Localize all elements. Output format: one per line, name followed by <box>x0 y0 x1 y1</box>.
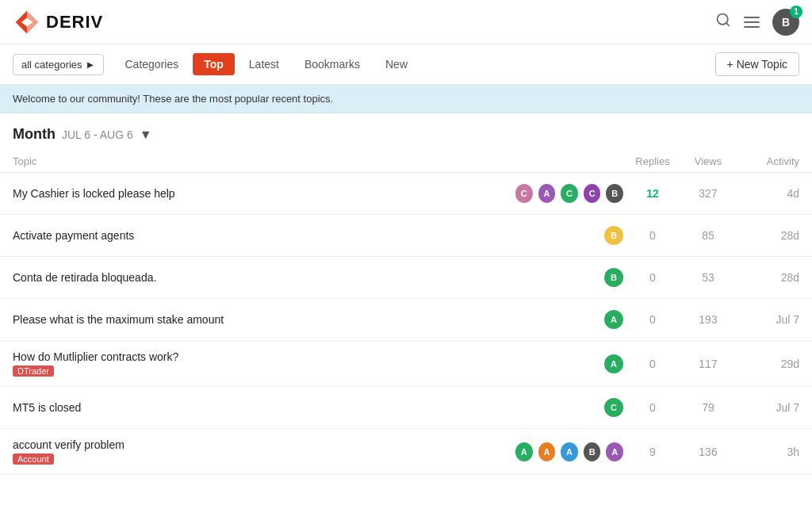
user-avatar: A <box>603 353 625 375</box>
topic-replies: 0 <box>625 271 680 284</box>
topic-row[interactable]: account verify problemAccountAAABA91363h <box>0 429 812 475</box>
category-arrow-icon: ► <box>86 59 96 71</box>
welcome-banner: Welcome to our community! These are the … <box>0 85 812 113</box>
col-header-replies: Replies <box>625 155 680 167</box>
notification-badge: 1 <box>790 6 802 18</box>
topic-replies: 0 <box>625 229 680 242</box>
topic-views: 79 <box>680 401 736 414</box>
user-avatar: A <box>537 441 557 463</box>
svg-marker-0 <box>16 10 27 33</box>
topic-title[interactable]: How do Mutliplier contracts work? <box>13 350 514 363</box>
user-avatar: A <box>559 441 580 463</box>
topic-activity: 28d <box>736 271 799 284</box>
topic-replies: 0 <box>625 313 680 326</box>
topic-views: 53 <box>680 271 736 284</box>
topic-title-cell: account verify problemAccount <box>13 438 514 465</box>
tab-categories[interactable]: Categories <box>113 53 190 75</box>
topic-avatars: A <box>514 353 625 375</box>
period-dropdown-icon[interactable]: ▼ <box>140 128 152 142</box>
topic-title-cell: My Cashier is locked please help <box>13 187 514 200</box>
col-header-topic: Topic <box>13 155 514 167</box>
col-header-views: Views <box>680 155 736 167</box>
logo[interactable]: DERIV <box>13 8 103 36</box>
user-avatar: C <box>514 182 534 205</box>
topic-title-cell: How do Mutliplier contracts work?DTrader <box>13 350 514 377</box>
topic-avatars: AAABA <box>514 441 625 463</box>
banner-text: Welcome to our community! These are the … <box>13 93 333 105</box>
category-dropdown[interactable]: all categories ► <box>13 54 104 75</box>
user-avatar: C <box>603 396 625 419</box>
topic-avatars: B <box>514 224 625 247</box>
svg-marker-1 <box>27 10 38 33</box>
tab-latest[interactable]: Latest <box>238 53 290 75</box>
header: DERIV 1 B <box>0 0 812 44</box>
svg-line-3 <box>726 23 730 26</box>
menu-icon[interactable] <box>744 17 760 28</box>
topic-replies: 0 <box>625 401 680 414</box>
period-label: Month <box>13 126 56 143</box>
topic-title-cell: Please what is the maximum stake amount <box>13 313 514 326</box>
user-avatar: A <box>514 441 534 463</box>
topic-title[interactable]: Conta de retirada bloqueada. <box>13 271 514 284</box>
topic-tag[interactable]: Account <box>13 453 54 465</box>
topic-activity: 28d <box>736 229 799 242</box>
topic-tag[interactable]: DTrader <box>13 365 54 377</box>
topic-avatars: C <box>514 396 625 419</box>
tab-new[interactable]: New <box>374 53 419 75</box>
topic-activity: Jul 7 <box>736 313 799 326</box>
topic-row[interactable]: MT5 is closedC079Jul 7 <box>0 387 812 429</box>
topic-views: 136 <box>680 446 736 458</box>
logo-text: DERIV <box>46 12 103 33</box>
topic-activity: 4d <box>736 187 799 200</box>
topic-row[interactable]: Conta de retirada bloqueada.B05328d <box>0 257 812 299</box>
topic-replies: 9 <box>625 446 680 458</box>
topic-title-cell: MT5 is closed <box>13 401 514 414</box>
topic-avatars: A <box>514 308 625 331</box>
category-label: all categories <box>21 59 82 71</box>
topic-title[interactable]: My Cashier is locked please help <box>13 187 514 200</box>
tab-top[interactable]: Top <box>193 53 235 75</box>
topic-activity: Jul 7 <box>736 401 799 414</box>
topic-avatars: CACCB <box>514 182 625 205</box>
topic-title[interactable]: account verify problem <box>13 438 514 451</box>
user-avatar: B <box>603 224 625 247</box>
new-topic-button[interactable]: + New Topic <box>715 52 799 76</box>
topic-title-cell: Activate payment agents <box>13 229 514 242</box>
topic-avatars: B <box>514 266 625 289</box>
topic-row[interactable]: My Cashier is locked please helpCACCB123… <box>0 173 812 215</box>
topic-row[interactable]: How do Mutliplier contracts work?DTrader… <box>0 341 812 387</box>
topic-title[interactable]: Activate payment agents <box>13 229 514 242</box>
user-avatar: B <box>582 441 603 463</box>
topic-views: 85 <box>680 229 736 242</box>
period-range: JUL 6 - AUG 6 <box>62 128 133 141</box>
user-avatar: A <box>604 441 625 463</box>
user-avatar: A <box>537 182 557 205</box>
topic-title[interactable]: Please what is the maximum stake amount <box>13 313 514 326</box>
topic-views: 117 <box>680 358 736 370</box>
nav-bar: all categories ► Categories Top Latest B… <box>0 44 812 85</box>
user-avatar: C <box>559 182 580 205</box>
topic-activity: 29d <box>736 358 799 370</box>
topic-row[interactable]: Please what is the maximum stake amountA… <box>0 299 812 341</box>
topic-activity: 3h <box>736 446 799 458</box>
month-header: Month JUL 6 - AUG 6 ▼ <box>0 113 812 151</box>
search-icon[interactable] <box>715 12 731 32</box>
user-avatar: B <box>603 266 625 289</box>
nav-left: all categories ► Categories Top Latest B… <box>13 53 419 75</box>
user-avatar: A <box>603 308 625 331</box>
deriv-logo-icon <box>13 8 41 36</box>
user-avatar: B <box>604 182 625 205</box>
header-right: 1 B <box>715 9 799 36</box>
col-header-activity: Activity <box>736 155 799 167</box>
user-avatar-wrapper[interactable]: 1 B <box>772 9 799 36</box>
topic-row[interactable]: Activate payment agentsB08528d <box>0 215 812 257</box>
table-header: Topic Replies Views Activity <box>0 151 812 173</box>
topics-list: My Cashier is locked please helpCACCB123… <box>0 173 812 475</box>
user-avatar: C <box>582 182 603 205</box>
topic-title-cell: Conta de retirada bloqueada. <box>13 271 514 284</box>
topic-replies: 12 <box>625 187 680 200</box>
topic-title[interactable]: MT5 is closed <box>13 401 514 414</box>
topic-views: 193 <box>680 313 736 326</box>
topic-views: 327 <box>680 187 736 200</box>
tab-bookmarks[interactable]: Bookmarks <box>293 53 371 75</box>
